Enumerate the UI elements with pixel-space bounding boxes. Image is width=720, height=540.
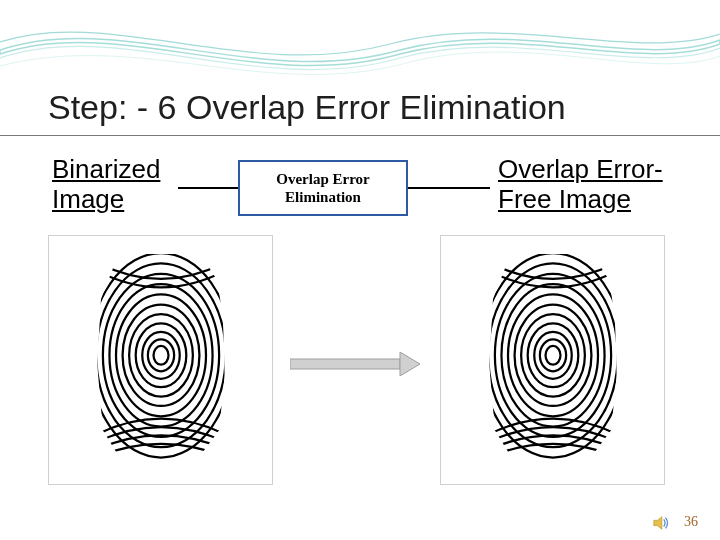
title-underline	[0, 135, 720, 136]
svg-marker-26	[654, 517, 662, 530]
svg-rect-12	[290, 359, 400, 369]
process-box-overlap-error-elimination: Overlap ErrorElimination	[238, 160, 408, 216]
page-number: 36	[684, 514, 698, 530]
fingerprint-image-binarized	[48, 235, 273, 485]
label-binarized-image: BinarizedImage	[52, 155, 160, 215]
connector-line-right	[408, 187, 490, 189]
wave-decoration	[0, 0, 720, 95]
svg-marker-13	[400, 352, 420, 376]
label-error-free-image: Overlap Error-Free Image	[498, 155, 663, 215]
connector-line-left	[178, 187, 238, 189]
slide-title: Step: - 6 Overlap Error Elimination	[48, 88, 690, 131]
sound-icon	[652, 514, 670, 532]
arrow-icon	[290, 352, 420, 376]
fingerprint-image-error-free	[440, 235, 665, 485]
